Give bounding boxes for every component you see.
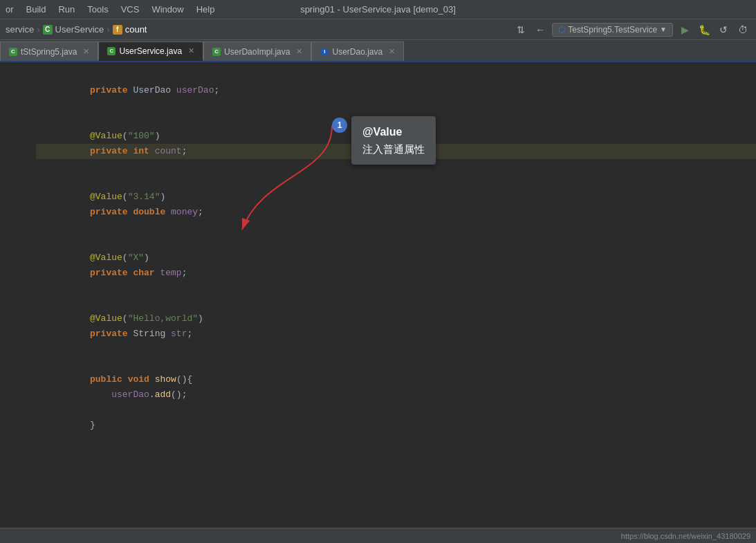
tab-close-userdaoimpl[interactable]: ✕ — [296, 47, 302, 56]
profile-icon[interactable]: ⏱ — [735, 22, 750, 37]
code-line-15 — [36, 281, 756, 296]
code-line-10: private double money; — [36, 205, 756, 220]
code-line-14: private char temp; — [36, 266, 756, 281]
tooltip-subtitle: 注入普通属性 — [362, 141, 425, 158]
back-icon[interactable]: ← — [533, 22, 548, 37]
menu-bar: or Build Run Tools VCS Window Help — [0, 3, 220, 16]
breadcrumb-count-label: count — [125, 24, 147, 35]
field-icon-f: f — [113, 25, 122, 35]
code-line-11 — [36, 220, 756, 235]
menu-or[interactable]: or — [0, 3, 19, 16]
code-line-17: @Value("Hello,world") — [36, 311, 756, 326]
menu-window[interactable]: Window — [146, 3, 189, 16]
menu-vcs[interactable]: VCS — [116, 3, 145, 16]
tooltip-badge: 1 — [332, 118, 347, 133]
tab-close-userdao[interactable]: ✕ — [389, 47, 395, 56]
tab-userdaoimpl[interactable]: C UserDaoImpl.java ✕ — [203, 42, 311, 61]
breadcrumb-userservice[interactable]: C UserService — [43, 24, 104, 35]
run-config-button[interactable]: ⬡ TestSpring5.TestService ▼ — [552, 23, 673, 37]
tab-label-userdaoimpl: UserDaoImpl.java — [224, 47, 290, 57]
menu-tools[interactable]: Tools — [82, 3, 113, 16]
code-line-12 — [36, 235, 756, 250]
run-icon[interactable]: ▶ — [677, 22, 692, 37]
coverage-icon[interactable]: ↺ — [716, 22, 731, 37]
window-title: spring01 - UserService.java [demo_03] — [300, 4, 456, 15]
breadcrumb-bar: service › C UserService › f count ⇅ ← ⬡ … — [0, 19, 756, 40]
tabs-bar: C tStSpring5.java ✕ C UserService.java ✕… — [0, 40, 756, 62]
menu-run[interactable]: Run — [53, 3, 80, 16]
navigate-icon[interactable]: ⇅ — [513, 22, 528, 37]
code-line-16 — [36, 296, 756, 311]
code-area: private UserDao userDao; @Value("100") p… — [0, 62, 756, 528]
tab-close-testspring5[interactable]: ✕ — [83, 47, 89, 56]
tab-userdao[interactable]: I UserDao.java ✕ — [311, 42, 404, 61]
code-line-24: } — [36, 418, 756, 433]
code-line-20 — [36, 357, 756, 372]
toolbar-right: ⇅ ← ⬡ TestSpring5.TestService ▼ ▶ 🐛 ↺ ⏱ — [513, 22, 750, 37]
breadcrumb-count[interactable]: f count — [113, 24, 147, 35]
breadcrumb-sep-1: › — [37, 24, 39, 35]
tab-testspring5[interactable]: C tStSpring5.java ✕ — [0, 42, 98, 61]
code-line-21: public void show(){ — [36, 372, 756, 387]
tooltip-title: @Value — [362, 123, 425, 141]
tab-label-userservice: UserService.java — [119, 46, 182, 56]
tab-icon-userdaoimpl: C — [212, 48, 221, 56]
title-bar: or Build Run Tools VCS Window Help sprin… — [0, 0, 756, 19]
code-line-3 — [36, 98, 756, 113]
code-line-22: userDao.add(); — [36, 387, 756, 403]
debug-icon[interactable]: 🐛 — [697, 22, 712, 37]
tab-icon-userdao: I — [320, 48, 329, 56]
line-numbers — [0, 62, 28, 528]
breadcrumb-service[interactable]: service — [6, 24, 34, 35]
code-line-13: @Value("X") — [36, 250, 756, 266]
tab-label-testspring5: tStSpring5.java — [21, 47, 77, 57]
tooltip-container: 1 @Value 注入普通属性 — [332, 116, 436, 165]
breadcrumb-userservice-label: UserService — [55, 24, 104, 35]
breadcrumb-sep-2: › — [107, 24, 109, 35]
run-config-dropdown-icon: ▼ — [660, 26, 667, 33]
status-url: https://blog.csdn.net/weixin_43180029 — [621, 532, 750, 540]
tab-close-userservice[interactable]: ✕ — [188, 46, 194, 55]
run-config-label: TestSpring5.TestService — [568, 25, 657, 35]
tab-label-userdao: UserDao.java — [332, 47, 382, 57]
tab-userservice[interactable]: C UserService.java ✕ — [98, 42, 203, 61]
menu-build[interactable]: Build — [21, 3, 52, 16]
class-icon-c: C — [43, 25, 53, 35]
code-line-2: private UserDao userDao; — [36, 83, 756, 98]
breadcrumb-service-label: service — [6, 24, 34, 35]
run-config-icon: ⬡ — [558, 25, 565, 35]
code-line-9: @Value("3.14") — [36, 190, 756, 205]
tooltip-box: @Value 注入普通属性 — [351, 116, 436, 165]
code-line-18: private String str; — [36, 326, 756, 342]
code-line-8 — [36, 174, 756, 190]
code-line-23 — [36, 403, 756, 418]
code-line-1 — [36, 68, 756, 83]
code-line-19 — [36, 342, 756, 357]
tab-icon-userservice: C — [107, 47, 116, 55]
status-bar: https://blog.csdn.net/weixin_43180029 — [0, 528, 756, 543]
menu-help[interactable]: Help — [191, 3, 221, 16]
tab-icon-testspring5: C — [9, 48, 17, 56]
